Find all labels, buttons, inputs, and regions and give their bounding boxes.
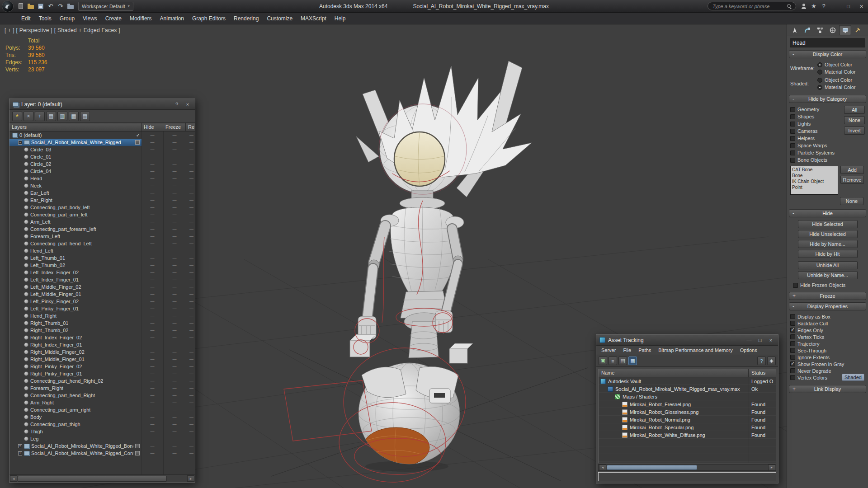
property-checkbox-row[interactable]: See-Through xyxy=(790,347,865,354)
layer-row[interactable]: Arm_Left ✓ — — — xyxy=(9,218,195,225)
freeze-toggle[interactable]: — xyxy=(163,270,186,275)
list-item[interactable]: Bone xyxy=(792,173,836,178)
layer-row[interactable]: Circle_02 ✓ — — — xyxy=(9,160,195,168)
3dsmax-logo-icon[interactable] xyxy=(2,0,14,12)
radio-icon[interactable] xyxy=(817,78,822,83)
layer-row-name[interactable]: Connecting_part_hend_Right_02 xyxy=(30,378,103,384)
layer-row[interactable]: Ear_Left ✓ — — — xyxy=(9,189,195,197)
layer-row[interactable]: Left_Pinky_Finger_02 ✓ — — — xyxy=(9,298,195,305)
category-checkbox-row[interactable]: Lights xyxy=(790,120,842,127)
checkbox-icon[interactable] xyxy=(790,355,795,360)
help-button[interactable]: ? xyxy=(173,101,181,108)
layer-row[interactable]: Left_Thumb_01 ✓ — — — xyxy=(9,254,195,262)
render-toggle[interactable]: — xyxy=(186,379,195,383)
render-toggle[interactable]: — xyxy=(186,162,195,166)
render-toggle[interactable]: — xyxy=(186,183,195,188)
freeze-toggle[interactable]: — xyxy=(163,183,186,188)
checkbox-icon[interactable] xyxy=(790,122,795,127)
layer-row[interactable]: Left_Middle_Finger_01 ✓ — — — xyxy=(9,291,195,298)
layer-row[interactable]: Ear_Right ✓ — — — xyxy=(9,197,195,204)
asset-name[interactable]: Mirokai_Robot_Glossiness.png xyxy=(630,409,698,415)
checkbox-icon[interactable] xyxy=(790,328,795,333)
menu-item[interactable]: Create xyxy=(101,14,126,23)
checkbox-icon[interactable] xyxy=(790,348,795,353)
layer-row-name[interactable]: Head xyxy=(30,176,42,181)
asset-horizontal-scrollbar[interactable]: ◄ ► xyxy=(598,464,776,471)
render-toggle[interactable]: — xyxy=(186,256,195,260)
layer-row[interactable]: Connecting_part_hend_Right ✓ — — — xyxy=(9,392,195,399)
tab-modify[interactable] xyxy=(801,25,813,35)
tab-display[interactable] xyxy=(839,25,851,35)
menu-item[interactable]: Group xyxy=(56,14,79,23)
asset-row[interactable]: Mirokai_Robot_White_Diffuse.png Found xyxy=(599,431,776,439)
render-toggle[interactable]: — xyxy=(186,277,195,282)
window-titlebar[interactable]: ↶ ↷ Workspace: Default ▾ Autodesk 3ds Ma… xyxy=(0,0,868,13)
layer-row[interactable]: Arm_Right ✓ — — — xyxy=(9,399,195,406)
checkbox-icon[interactable] xyxy=(790,368,795,373)
unhide-button[interactable]: Unhide All xyxy=(798,261,858,269)
layer-row-name[interactable]: Circle_03 xyxy=(30,147,51,152)
hide-button[interactable]: Hide Selected xyxy=(798,220,858,228)
layer-row[interactable]: 0 (default) ✓ — — — xyxy=(9,131,195,139)
none-button[interactable]: None xyxy=(840,197,863,205)
menu-item[interactable]: Edit xyxy=(17,14,35,23)
property-checkbox-row[interactable]: Display as Box xyxy=(790,313,865,320)
radio-icon[interactable] xyxy=(817,62,822,67)
render-toggle[interactable]: — xyxy=(186,191,195,195)
category-checkbox-row[interactable]: Shapes xyxy=(790,113,842,120)
hide-toggle[interactable]: — xyxy=(142,422,163,427)
hide-toggle[interactable]: — xyxy=(142,386,163,390)
open-file-icon[interactable] xyxy=(26,2,35,11)
freeze-toggle[interactable]: — xyxy=(163,422,186,427)
layer-row-name[interactable]: Left_Pinky_Finger_02 xyxy=(30,299,79,304)
layer-row[interactable]: Thigh ✓ — — — xyxy=(9,428,195,435)
expander-icon[interactable]: + xyxy=(18,451,22,455)
freeze-toggle[interactable]: — xyxy=(163,191,186,195)
freeze-toggle[interactable]: — xyxy=(163,292,186,296)
hide-toggle[interactable]: — xyxy=(142,357,163,361)
category-checkbox-row[interactable]: Cameras xyxy=(790,127,842,135)
radio-option[interactable]: Object Color xyxy=(817,61,865,68)
render-toggle[interactable]: — xyxy=(186,285,195,289)
add-selection-to-layer-icon[interactable]: + xyxy=(35,112,45,121)
category-checkbox-row[interactable]: Helpers xyxy=(790,135,842,142)
layer-row[interactable]: Connecting_part_hend_Left ✓ — — — xyxy=(9,240,195,247)
minimize-button[interactable]: — xyxy=(829,1,842,11)
layer-row-name[interactable]: Thigh xyxy=(30,429,43,434)
table-view-icon[interactable]: ▦ xyxy=(628,357,637,365)
rollout-header-freeze[interactable]: + Freeze xyxy=(789,292,866,300)
search-input[interactable] xyxy=(712,3,787,9)
freeze-toggle[interactable]: — xyxy=(163,436,186,441)
category-quick-button[interactable]: Invert xyxy=(844,127,865,135)
layer-row-name[interactable]: Circle_02 xyxy=(30,161,51,167)
hide-toggle[interactable]: — xyxy=(142,364,163,369)
asset-name[interactable]: Mirokai_Robot_White_Diffuse.png xyxy=(630,432,705,438)
category-quick-button[interactable]: All xyxy=(844,106,865,114)
radio-option[interactable]: Material Color xyxy=(817,84,865,91)
asset-menu-item[interactable]: Bitmap Performance and Memory xyxy=(655,347,736,354)
render-toggle[interactable]: — xyxy=(186,212,195,217)
layer-row[interactable]: + Social_AI_Robot_Mirokai_White_Rigged_B… xyxy=(9,442,195,450)
render-toggle[interactable]: — xyxy=(186,234,195,239)
menu-item[interactable]: MAXScript xyxy=(297,14,330,23)
render-toggle[interactable]: — xyxy=(186,270,195,275)
checkbox-icon[interactable] xyxy=(790,314,795,319)
layer-row-name[interactable]: Social_AI_Robot_Mirokai_White_Rigged xyxy=(31,140,121,145)
menu-item[interactable]: Modifiers xyxy=(126,14,156,23)
close-button[interactable]: × xyxy=(184,101,192,108)
select-objects-in-layer-icon[interactable]: ▤ xyxy=(46,112,56,121)
maximize-button[interactable]: □ xyxy=(756,337,764,344)
asset-row[interactable]: Mirokai_Robot_Glossiness.png Found xyxy=(599,408,776,416)
layer-row[interactable]: + Social_AI_Robot_Mirokai_White_Rigged_C… xyxy=(9,450,195,457)
render-toggle[interactable]: — xyxy=(186,263,195,267)
freeze-toggle[interactable]: — xyxy=(163,205,186,210)
layer-toggle-icon[interactable] xyxy=(135,140,140,145)
layer-row[interactable]: Left_Index_Finger_02 ✓ — — — xyxy=(9,269,195,276)
menu-item[interactable]: Customize xyxy=(263,14,297,23)
render-toggle[interactable]: — xyxy=(186,220,195,224)
render-toggle[interactable]: — xyxy=(186,350,195,354)
hide-toggle[interactable]: — xyxy=(142,314,163,318)
hide-toggle[interactable]: — xyxy=(142,169,163,174)
asset-row[interactable]: Mirokai_Robot_Specular.png Found xyxy=(599,423,776,431)
hide-toggle[interactable]: — xyxy=(142,343,163,347)
